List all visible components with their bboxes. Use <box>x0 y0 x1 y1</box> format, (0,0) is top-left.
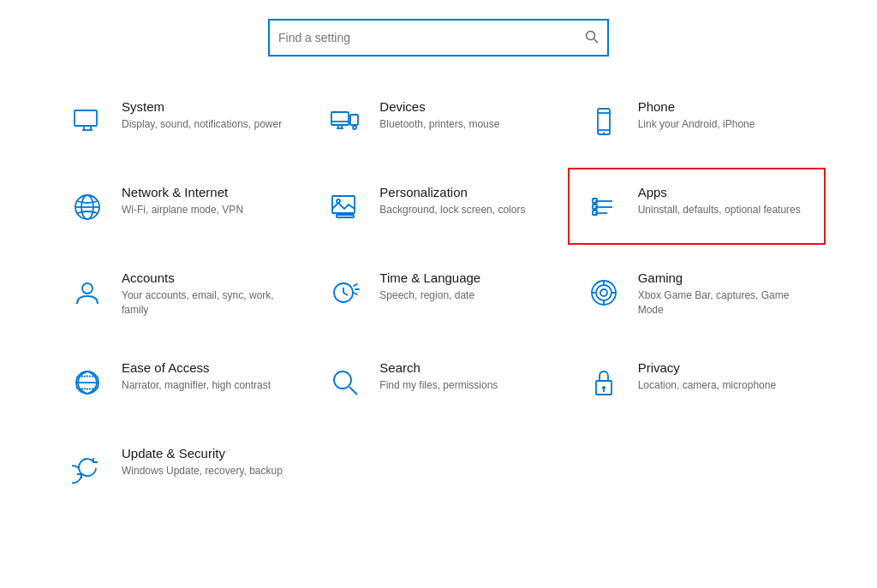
setting-text-system: System Display, sound, notifications, po… <box>122 99 282 132</box>
setting-desc-phone: Link your Android, iPhone <box>638 117 755 132</box>
setting-desc-network: Wi-Fi, airplane mode, VPN <box>122 203 243 217</box>
setting-item-privacy[interactable]: Privacy Location, camera, microphone <box>568 343 826 420</box>
setting-desc-devices: Bluetooth, printers, mouse <box>379 117 499 132</box>
setting-title-gaming: Gaming <box>638 270 810 285</box>
setting-text-personalization: Personalization Background, lock screen,… <box>379 185 525 217</box>
setting-text-time: Time & Language Speech, region, date <box>379 270 480 303</box>
setting-text-apps: Apps Uninstall, defaults, optional featu… <box>638 185 801 217</box>
setting-title-phone: Phone <box>638 99 755 114</box>
setting-text-gaming: Gaming Xbox Game Bar, captures, Game Mod… <box>638 270 810 318</box>
setting-item-phone[interactable]: Phone Link your Android, iPhone <box>568 82 826 159</box>
setting-item-ease[interactable]: Ease of Access Narrator, magnifier, high… <box>51 343 309 420</box>
network-icon <box>67 187 108 228</box>
setting-title-personalization: Personalization <box>379 185 525 199</box>
setting-item-devices[interactable]: Devices Bluetooth, printers, mouse <box>309 82 567 159</box>
svg-point-0 <box>587 31 595 39</box>
setting-item-time[interactable]: Time & Language Speech, region, date <box>309 253 567 335</box>
svg-line-34 <box>343 293 348 295</box>
svg-rect-24 <box>337 215 354 217</box>
search-box[interactable] <box>268 19 609 56</box>
svg-point-44 <box>334 371 351 389</box>
setting-desc-personalization: Background, lock screen, colors <box>379 203 525 217</box>
setting-title-system: System <box>122 99 282 114</box>
system-icon <box>67 101 108 142</box>
setting-item-accounts[interactable]: Accounts Your accounts, email, sync, wor… <box>51 253 309 335</box>
setting-text-accounts: Accounts Your accounts, email, sync, wor… <box>122 270 294 318</box>
svg-rect-29 <box>593 205 597 209</box>
setting-item-search[interactable]: Search Find my files, permissions <box>309 343 567 420</box>
setting-desc-privacy: Location, camera, microphone <box>638 378 776 393</box>
setting-desc-ease: Narrator, magnifier, high contrast <box>122 378 271 393</box>
setting-desc-search: Find my files, permissions <box>379 378 498 393</box>
svg-line-1 <box>594 39 599 43</box>
svg-point-10 <box>353 126 356 129</box>
setting-desc-system: Display, sound, notifications, power <box>122 117 282 132</box>
setting-desc-time: Speech, region, date <box>379 288 480 303</box>
accounts-icon <box>67 272 108 313</box>
svg-point-47 <box>602 386 606 389</box>
svg-point-17 <box>603 132 605 134</box>
ease-icon <box>67 362 108 403</box>
setting-text-privacy: Privacy Location, camera, microphone <box>638 360 776 393</box>
setting-item-personalization[interactable]: Personalization Background, lock screen,… <box>309 168 567 245</box>
setting-text-phone: Phone Link your Android, iPhone <box>638 99 755 132</box>
svg-rect-8 <box>350 115 358 125</box>
setting-text-search: Search Find my files, permissions <box>379 360 498 393</box>
setting-title-accounts: Accounts <box>122 270 294 285</box>
settings-grid: System Display, sound, notifications, po… <box>0 82 877 506</box>
setting-desc-gaming: Xbox Game Bar, captures, Game Mode <box>638 288 810 318</box>
time-icon <box>325 272 366 313</box>
search-icon <box>325 362 366 403</box>
setting-text-update: Update & Security Windows Update, recove… <box>122 446 283 478</box>
setting-title-search: Search <box>379 360 498 375</box>
setting-text-devices: Devices Bluetooth, printers, mouse <box>379 99 499 132</box>
setting-item-gaming[interactable]: Gaming Xbox Game Bar, captures, Game Mod… <box>568 253 826 335</box>
setting-title-ease: Ease of Access <box>122 360 271 375</box>
svg-rect-30 <box>593 211 597 215</box>
svg-line-45 <box>349 387 357 395</box>
update-icon <box>67 448 108 489</box>
setting-title-apps: Apps <box>638 185 801 199</box>
gaming-icon <box>583 272 624 313</box>
setting-text-ease: Ease of Access Narrator, magnifier, high… <box>122 360 271 393</box>
search-input[interactable] <box>278 31 585 45</box>
setting-item-network[interactable]: Network & Internet Wi-Fi, airplane mode,… <box>51 168 309 245</box>
setting-text-network: Network & Internet Wi-Fi, airplane mode,… <box>122 185 243 217</box>
setting-desc-apps: Uninstall, defaults, optional features <box>638 203 801 217</box>
setting-desc-accounts: Your accounts, email, sync, work, family <box>122 288 294 318</box>
search-icon <box>585 30 599 46</box>
svg-point-31 <box>82 283 92 294</box>
setting-item-apps[interactable]: Apps Uninstall, defaults, optional featu… <box>568 168 826 245</box>
svg-point-36 <box>596 285 612 300</box>
setting-title-time: Time & Language <box>379 270 480 285</box>
apps-icon <box>583 187 624 228</box>
setting-title-devices: Devices <box>379 99 499 114</box>
setting-desc-update: Windows Update, recovery, backup <box>122 464 283 478</box>
setting-title-update: Update & Security <box>122 446 283 460</box>
privacy-icon <box>583 362 624 403</box>
setting-item-update[interactable]: Update & Security Windows Update, recove… <box>51 429 309 506</box>
svg-point-22 <box>337 199 340 203</box>
setting-item-system[interactable]: System Display, sound, notifications, po… <box>51 82 309 159</box>
svg-rect-2 <box>75 110 97 126</box>
setting-title-network: Network & Internet <box>122 185 243 199</box>
svg-rect-7 <box>331 112 349 125</box>
svg-point-37 <box>600 289 607 296</box>
search-container <box>0 0 877 82</box>
personalization-icon <box>325 187 366 228</box>
phone-icon <box>583 101 624 142</box>
devices-icon <box>325 101 366 142</box>
setting-title-privacy: Privacy <box>638 360 776 375</box>
svg-rect-28 <box>593 199 597 203</box>
